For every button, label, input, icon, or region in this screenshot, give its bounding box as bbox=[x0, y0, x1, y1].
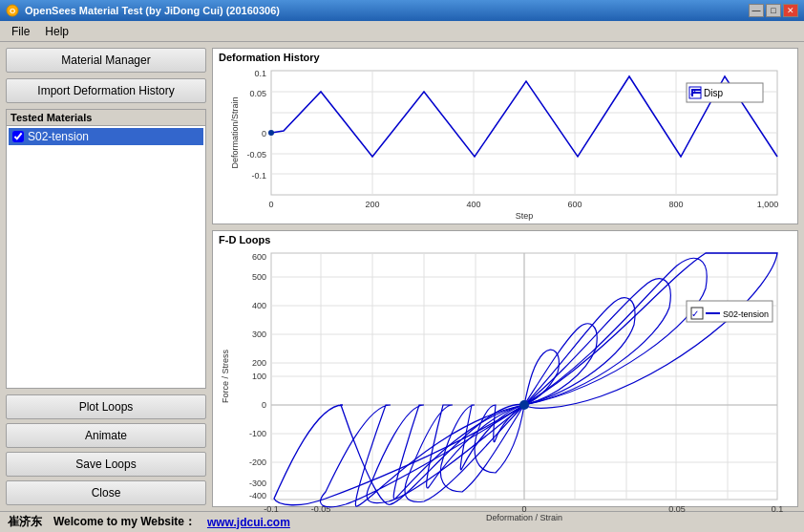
fd-chart-title: F-D Loops bbox=[213, 231, 797, 248]
title-bar-left: O OpenSees Material Test (by JiDong Cui)… bbox=[6, 4, 280, 17]
svg-text:0: 0 bbox=[262, 400, 266, 410]
deformation-history-chart: Deformation History 0.1 bbox=[212, 48, 798, 224]
materials-list: S02-tension bbox=[7, 126, 205, 388]
svg-point-25 bbox=[268, 130, 274, 136]
menu-bar: File Help bbox=[0, 21, 804, 42]
svg-text:Deformation / Strain: Deformation / Strain bbox=[486, 513, 562, 521]
svg-text:1,000: 1,000 bbox=[757, 200, 779, 209]
svg-text:200: 200 bbox=[365, 200, 379, 209]
close-button[interactable]: Close bbox=[6, 480, 206, 505]
svg-text:Deformation/Strain: Deformation/Strain bbox=[230, 96, 240, 168]
svg-text:-200: -200 bbox=[249, 458, 266, 467]
svg-text:600: 600 bbox=[252, 252, 266, 262]
svg-text:✓: ✓ bbox=[689, 88, 697, 98]
tested-materials-label: Tested Materials bbox=[7, 110, 205, 126]
svg-text:600: 600 bbox=[567, 200, 582, 209]
main-content: Material Manager Import Deformation Hist… bbox=[0, 42, 804, 511]
welcome-label: Welcome to my Website： bbox=[53, 514, 196, 530]
save-loops-button[interactable]: Save Loops bbox=[6, 452, 206, 477]
svg-text:S02-tension: S02-tension bbox=[723, 309, 769, 319]
svg-text:800: 800 bbox=[668, 200, 683, 209]
menu-help[interactable]: Help bbox=[37, 23, 76, 40]
app-icon: O bbox=[6, 4, 19, 17]
right-panel: Deformation History 0.1 bbox=[212, 48, 798, 505]
svg-text:0.05: 0.05 bbox=[249, 89, 266, 98]
svg-text:300: 300 bbox=[252, 330, 266, 339]
svg-text:-0.1: -0.1 bbox=[264, 504, 279, 514]
svg-text:O: O bbox=[10, 7, 15, 15]
plot-loops-button[interactable]: Plot Loops bbox=[6, 394, 206, 419]
svg-text:500: 500 bbox=[252, 272, 266, 282]
window-title: OpenSees Material Test (by JiDong Cui) (… bbox=[25, 5, 280, 16]
svg-text:-0.1: -0.1 bbox=[251, 171, 266, 181]
close-window-button[interactable]: ✕ bbox=[783, 4, 798, 17]
svg-text:0: 0 bbox=[262, 129, 266, 138]
tested-materials-section: Tested Materials S02-tension bbox=[6, 109, 206, 389]
left-panel: Material Manager Import Deformation Hist… bbox=[6, 48, 206, 505]
svg-text:400: 400 bbox=[466, 200, 480, 209]
svg-text:0.1: 0.1 bbox=[254, 69, 266, 78]
svg-text:-100: -100 bbox=[249, 429, 266, 438]
animate-button[interactable]: Animate bbox=[6, 423, 206, 448]
menu-file[interactable]: File bbox=[4, 23, 37, 40]
material-checkbox[interactable] bbox=[12, 131, 24, 142]
maximize-button[interactable]: □ bbox=[766, 4, 781, 17]
material-name: S02-tension bbox=[28, 130, 89, 143]
author-name: 崔济东 bbox=[8, 514, 42, 530]
svg-text:0: 0 bbox=[268, 200, 273, 209]
svg-text:-0.05: -0.05 bbox=[246, 150, 266, 160]
deformation-svg: 0.1 0.05 0 -0.05 -0.1 0 200 400 600 800 … bbox=[213, 66, 797, 221]
bottom-buttons: Plot Loops Animate Save Loops Close bbox=[6, 394, 206, 505]
title-bar: O OpenSees Material Test (by JiDong Cui)… bbox=[0, 0, 804, 21]
import-deformation-button[interactable]: Import Deformation History bbox=[6, 78, 206, 103]
svg-text:400: 400 bbox=[252, 301, 266, 310]
svg-text:0.05: 0.05 bbox=[668, 504, 686, 514]
fd-svg: 600 500 400 300 200 100 0 -100 -200 -300… bbox=[213, 248, 797, 521]
svg-text:Disp: Disp bbox=[704, 88, 723, 98]
fd-loops-chart: F-D Loops bbox=[212, 230, 798, 507]
svg-text:✓: ✓ bbox=[691, 309, 699, 319]
svg-text:100: 100 bbox=[252, 372, 266, 381]
material-manager-button[interactable]: Material Manager bbox=[6, 48, 206, 73]
deformation-chart-title: Deformation History bbox=[213, 49, 797, 66]
svg-text:200: 200 bbox=[252, 358, 266, 368]
svg-text:Force / Stress: Force / Stress bbox=[221, 349, 230, 403]
svg-text:-400: -400 bbox=[249, 491, 266, 500]
minimize-button[interactable]: — bbox=[749, 4, 764, 17]
material-item[interactable]: S02-tension bbox=[9, 128, 203, 145]
window-controls: — □ ✕ bbox=[749, 4, 798, 17]
svg-point-72 bbox=[519, 400, 529, 410]
svg-text:-0.05: -0.05 bbox=[311, 504, 331, 514]
svg-text:0.1: 0.1 bbox=[772, 504, 784, 514]
svg-text:Step: Step bbox=[516, 211, 534, 221]
svg-text:-300: -300 bbox=[249, 479, 266, 488]
